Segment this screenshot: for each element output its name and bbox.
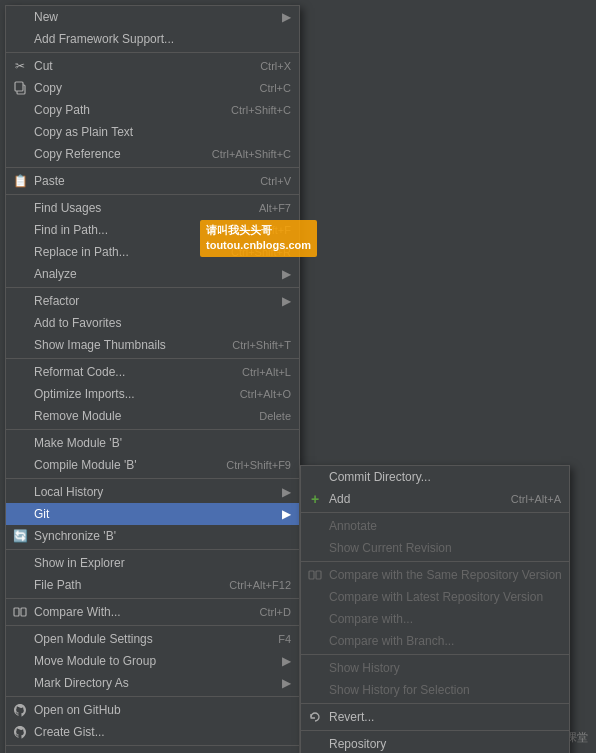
menu-item-copy-plain-text-label: Copy as Plain Text [34, 125, 133, 139]
menu-item-copy-reference-shortcut: Ctrl+Alt+Shift+C [192, 148, 291, 160]
git-menu-item-annotate-label: Annotate [329, 519, 377, 533]
git-menu-item-repository[interactable]: Repository [301, 733, 569, 753]
git-menu-item-show-history-selection[interactable]: Show History for Selection [301, 679, 569, 701]
menu-item-synchronize-label: Synchronize 'B' [34, 529, 116, 543]
git-menu-item-add[interactable]: + Add Ctrl+Alt+A [301, 488, 569, 510]
menu-item-copy-plain-text[interactable]: Copy as Plain Text [6, 121, 299, 143]
menu-item-compare-with[interactable]: Compare With... Ctrl+D [6, 601, 299, 623]
menu-item-open-on-github[interactable]: Open on GitHub [6, 699, 299, 721]
menu-item-cut-shortcut: Ctrl+X [240, 60, 291, 72]
main-context-menu: New ▶ Add Framework Support... ✂ Cut Ctr… [5, 5, 300, 753]
submenu-arrow-refactor: ▶ [272, 294, 291, 308]
svg-rect-1 [15, 82, 23, 91]
git-separator-3 [301, 654, 569, 655]
cut-icon: ✂ [12, 58, 28, 74]
submenu-arrow-new: ▶ [272, 10, 291, 24]
menu-item-copy-reference[interactable]: Copy Reference Ctrl+Alt+Shift+C [6, 143, 299, 165]
menu-item-reformat-code[interactable]: Reformat Code... Ctrl+Alt+L [6, 361, 299, 383]
menu-item-paste[interactable]: 📋 Paste Ctrl+V [6, 170, 299, 192]
git-menu-item-show-current-revision[interactable]: Show Current Revision [301, 537, 569, 559]
menu-item-compile-module-label: Compile Module 'B' [34, 458, 137, 472]
menu-item-show-in-explorer-label: Show in Explorer [34, 556, 125, 570]
menu-item-diagrams[interactable]: Diagrams ▶ [6, 748, 299, 753]
menu-item-add-framework[interactable]: Add Framework Support... [6, 28, 299, 50]
git-menu-item-show-current-revision-label: Show Current Revision [329, 541, 452, 555]
menu-item-show-image-thumbnails[interactable]: Show Image Thumbnails Ctrl+Shift+T [6, 334, 299, 356]
git-menu-item-annotate[interactable]: Annotate [301, 515, 569, 537]
git-menu-item-compare-with2[interactable]: Compare with... [301, 608, 569, 630]
menu-item-git[interactable]: Git ▶ [6, 503, 299, 525]
menu-item-new[interactable]: New ▶ [6, 6, 299, 28]
compare-same-repo-icon [307, 567, 323, 583]
menu-item-reformat-code-label: Reformat Code... [34, 365, 125, 379]
revert-icon [307, 709, 323, 725]
git-menu-item-compare-latest-repo-label: Compare with Latest Repository Version [329, 590, 543, 604]
github-icon [12, 702, 28, 718]
menu-item-synchronize[interactable]: 🔄 Synchronize 'B' [6, 525, 299, 547]
menu-item-find-usages[interactable]: Find Usages Alt+F7 [6, 197, 299, 219]
submenu-arrow-git: ▶ [272, 507, 291, 521]
menu-item-open-module-settings-shortcut: F4 [258, 633, 291, 645]
gist-icon [12, 724, 28, 740]
svg-rect-2 [14, 608, 19, 616]
git-menu-item-repository-label: Repository [329, 737, 386, 751]
menu-item-open-module-settings[interactable]: Open Module Settings F4 [6, 628, 299, 650]
menu-item-refactor[interactable]: Refactor ▶ [6, 290, 299, 312]
submenu-arrow-analyze: ▶ [272, 267, 291, 281]
menu-item-paste-label: Paste [34, 174, 65, 188]
git-menu-item-commit-directory[interactable]: Commit Directory... [301, 466, 569, 488]
menu-item-find-usages-label: Find Usages [34, 201, 101, 215]
menu-item-create-gist[interactable]: Create Gist... [6, 721, 299, 743]
git-separator-2 [301, 561, 569, 562]
menu-item-git-label: Git [34, 507, 49, 521]
menu-item-replace-in-path-label: Replace in Path... [34, 245, 129, 259]
watermark-overlay: 请叫我头头哥 toutou.cnblogs.com [200, 220, 317, 257]
svg-rect-7 [309, 571, 314, 579]
menu-item-copy-path-label: Copy Path [34, 103, 90, 117]
git-menu-item-compare-latest-repo[interactable]: Compare with Latest Repository Version [301, 586, 569, 608]
menu-item-make-module[interactable]: Make Module 'B' [6, 432, 299, 454]
git-menu-item-revert[interactable]: Revert... [301, 706, 569, 728]
menu-item-remove-module[interactable]: Remove Module Delete [6, 405, 299, 427]
git-menu-item-show-history-selection-label: Show History for Selection [329, 683, 470, 697]
separator-11 [6, 696, 299, 697]
menu-item-cut[interactable]: ✂ Cut Ctrl+X [6, 55, 299, 77]
menu-item-refactor-label: Refactor [34, 294, 79, 308]
menu-item-copy-reference-label: Copy Reference [34, 147, 121, 161]
menu-item-mark-directory-as[interactable]: Mark Directory As ▶ [6, 672, 299, 694]
separator-5 [6, 358, 299, 359]
menu-item-compile-module[interactable]: Compile Module 'B' Ctrl+Shift+F9 [6, 454, 299, 476]
menu-item-move-module-to-group-label: Move Module to Group [34, 654, 156, 668]
menu-item-paste-shortcut: Ctrl+V [240, 175, 291, 187]
menu-item-show-in-explorer[interactable]: Show in Explorer [6, 552, 299, 574]
menu-item-compare-with-label: Compare With... [34, 605, 121, 619]
menu-item-copy[interactable]: Copy Ctrl+C [6, 77, 299, 99]
git-menu-item-add-label: Add [329, 492, 350, 506]
menu-item-file-path[interactable]: File Path Ctrl+Alt+F12 [6, 574, 299, 596]
menu-item-analyze-label: Analyze [34, 267, 77, 281]
menu-item-optimize-imports[interactable]: Optimize Imports... Ctrl+Alt+O [6, 383, 299, 405]
compare-icon [12, 604, 28, 620]
separator-12 [6, 745, 299, 746]
separator-2 [6, 167, 299, 168]
git-menu-item-compare-branch[interactable]: Compare with Branch... [301, 630, 569, 652]
menu-item-add-framework-label: Add Framework Support... [34, 32, 174, 46]
separator-10 [6, 625, 299, 626]
git-menu-item-compare-same-repo[interactable]: Compare with the Same Repository Version [301, 564, 569, 586]
separator-3 [6, 194, 299, 195]
git-menu-item-show-history-label: Show History [329, 661, 400, 675]
menu-item-add-to-favorites[interactable]: Add to Favorites [6, 312, 299, 334]
menu-item-local-history-label: Local History [34, 485, 103, 499]
menu-item-add-to-favorites-label: Add to Favorites [34, 316, 121, 330]
menu-item-analyze[interactable]: Analyze ▶ [6, 263, 299, 285]
separator-9 [6, 598, 299, 599]
git-separator-5 [301, 730, 569, 731]
menu-item-copy-path[interactable]: Copy Path Ctrl+Shift+C [6, 99, 299, 121]
git-separator-1 [301, 512, 569, 513]
menu-item-move-module-to-group[interactable]: Move Module to Group ▶ [6, 650, 299, 672]
menu-item-open-module-settings-label: Open Module Settings [34, 632, 153, 646]
menu-item-copy-label: Copy [34, 81, 62, 95]
menu-item-local-history[interactable]: Local History ▶ [6, 481, 299, 503]
git-menu-item-show-history[interactable]: Show History [301, 657, 569, 679]
separator-1 [6, 52, 299, 53]
